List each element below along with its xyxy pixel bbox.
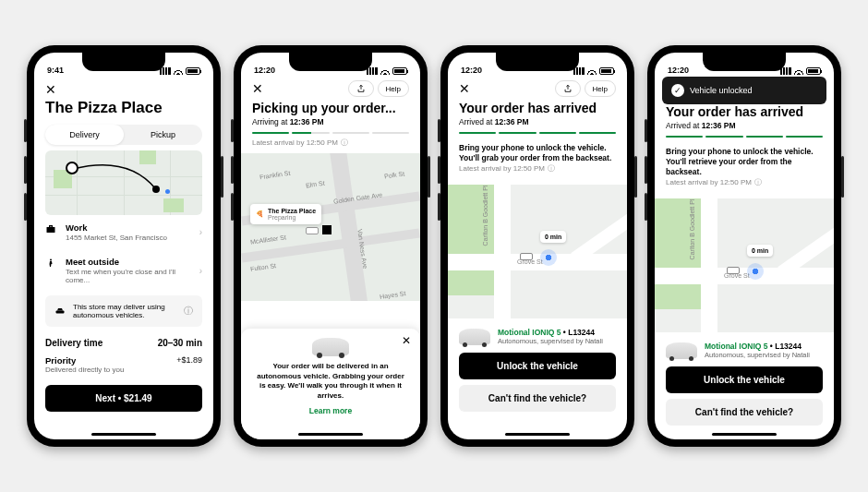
vehicle-image bbox=[666, 342, 697, 359]
arriving-text: Arriving at Arrived at 12:36 PM12:36 PM bbox=[241, 115, 420, 132]
info-icon[interactable]: ⓘ bbox=[754, 177, 762, 187]
close-sheet-icon[interactable]: ✕ bbox=[402, 334, 411, 347]
vehicle-info: Motional IONIQ 5 • L13244 Autonomous, su… bbox=[655, 332, 834, 363]
wifi-icon bbox=[174, 67, 183, 75]
close-icon[interactable]: ✕ bbox=[459, 81, 470, 96]
battery-icon bbox=[806, 67, 821, 75]
delivery-time-value: 20–30 min bbox=[158, 338, 202, 348]
page-title: The Pizza Place bbox=[34, 99, 213, 125]
battery-icon bbox=[392, 67, 407, 75]
next-button[interactable]: Next • $21.49 bbox=[45, 385, 202, 412]
check-circle-icon: ✓ bbox=[671, 84, 684, 97]
priority-price: +$1.89 bbox=[176, 355, 202, 374]
delivery-map[interactable] bbox=[45, 150, 202, 215]
share-icon bbox=[356, 84, 366, 93]
store-pin-icon bbox=[66, 162, 78, 174]
info-sheet: ✕ Your order will be delivered in an aut… bbox=[241, 329, 420, 439]
car-icon bbox=[54, 306, 66, 317]
page-title: Your order has arrived bbox=[448, 99, 627, 115]
cant-find-button[interactable]: Can't find the vehicle? bbox=[666, 399, 823, 426]
help-button[interactable]: Help bbox=[378, 80, 409, 97]
vehicle-marker-icon bbox=[520, 253, 533, 260]
svg-rect-3 bbox=[56, 311, 65, 314]
latest-arrival: Latest arrival by 12:50 PM bbox=[459, 164, 545, 173]
priority-sub: Delivered directly to you bbox=[45, 366, 124, 374]
briefcase-icon bbox=[45, 223, 58, 234]
tracking-map[interactable]: Franklin St Elm St Golden Gate Ave McAll… bbox=[241, 153, 420, 301]
chevron-right-icon: › bbox=[199, 227, 202, 237]
sheet-text: Your order will be delivered in an auton… bbox=[254, 362, 407, 401]
help-button[interactable]: Help bbox=[585, 80, 616, 97]
share-icon bbox=[563, 84, 573, 93]
signal-icon bbox=[573, 67, 585, 75]
arrival-map[interactable]: Carlton B Goodlett Pl Grove St 0 min bbox=[655, 198, 834, 332]
vehicle-marker-icon bbox=[727, 267, 740, 274]
latest-arrival: Latest arrival by 12:50 PM bbox=[252, 138, 338, 147]
meet-outside-row[interactable]: Meet outsideText me when you're close an… bbox=[34, 249, 213, 292]
status-time: 12:20 bbox=[254, 66, 275, 75]
address-row[interactable]: Work1455 Market St, San Francisco › bbox=[34, 215, 213, 249]
meet-sub: Text me when you're close and I'll come.… bbox=[66, 268, 192, 284]
page-title: Picking up your order... bbox=[241, 99, 420, 115]
arrival-map[interactable]: Carlton B Goodlett Pl Grove St 0 min bbox=[448, 185, 627, 318]
status-time: 12:20 bbox=[668, 66, 689, 75]
signal-icon bbox=[367, 67, 378, 75]
delivery-pickup-segment: Delivery Pickup bbox=[45, 125, 202, 145]
person-walk-icon bbox=[45, 258, 58, 269]
instruction-text: Bring your phone to unlock the vehicle. … bbox=[448, 138, 627, 163]
chevron-right-icon: › bbox=[199, 266, 202, 276]
priority-row[interactable]: PriorityDelivered directly to you +$1.89 bbox=[34, 352, 213, 381]
share-button[interactable] bbox=[348, 80, 374, 97]
address-label: Work bbox=[66, 222, 192, 233]
svg-point-2 bbox=[50, 259, 52, 261]
instruction-text: Bring your phone to unlock the vehicle. … bbox=[655, 141, 834, 177]
unlock-button[interactable]: Unlock the vehicle bbox=[459, 353, 616, 379]
info-icon[interactable]: ⓘ bbox=[341, 138, 348, 148]
page-title: Your order has arrived bbox=[655, 102, 834, 119]
destination-pin-icon bbox=[152, 186, 160, 193]
vehicle-marker-icon bbox=[306, 227, 319, 234]
latest-arrival: Latest arrival by 12:50 PM bbox=[666, 178, 752, 186]
delivery-time-label: Delivery time bbox=[45, 338, 102, 348]
tab-pickup[interactable]: Pickup bbox=[124, 125, 202, 145]
wifi-icon bbox=[380, 67, 390, 75]
wifi-icon bbox=[587, 67, 597, 75]
arrived-text: Arrived at 12:36 PM bbox=[655, 119, 834, 136]
toast-text: Vehicle unlocked bbox=[690, 86, 753, 95]
location-pulse-icon bbox=[540, 249, 557, 266]
eta-badge: 0 min bbox=[540, 231, 566, 243]
priority-label: Priority bbox=[45, 355, 124, 366]
store-icon: 🍕 bbox=[256, 210, 264, 218]
status-time: 12:20 bbox=[461, 66, 482, 75]
svg-rect-1 bbox=[50, 226, 53, 228]
share-button[interactable] bbox=[555, 80, 581, 97]
unlock-button[interactable]: Unlock the vehicle bbox=[666, 366, 823, 393]
arrived-text: Arrived at 12:36 PM bbox=[448, 115, 627, 132]
learn-more-link[interactable]: Learn more bbox=[254, 406, 407, 415]
wifi-icon bbox=[794, 67, 803, 75]
unlock-toast: ✓ Vehicle unlocked bbox=[662, 77, 826, 104]
info-icon[interactable]: ⓘ bbox=[548, 163, 555, 174]
eta-badge: 0 min bbox=[747, 245, 773, 257]
av-notice-text: This store may deliver using autonomous … bbox=[73, 303, 176, 319]
svg-rect-0 bbox=[47, 227, 55, 233]
close-icon[interactable]: ✕ bbox=[252, 81, 263, 96]
tab-delivery[interactable]: Delivery bbox=[45, 125, 124, 145]
info-icon[interactable]: ⓘ bbox=[184, 305, 193, 318]
signal-icon bbox=[780, 67, 791, 75]
vehicle-info: Motional IONIQ 5 • L13244 Autonomous, su… bbox=[448, 318, 627, 349]
battery-icon bbox=[599, 67, 614, 75]
signal-icon bbox=[160, 67, 171, 75]
vehicle-image bbox=[312, 338, 349, 356]
vehicle-image bbox=[459, 329, 490, 345]
status-time: 9:41 bbox=[47, 66, 64, 75]
av-notice: This store may deliver using autonomous … bbox=[45, 295, 202, 327]
address-sub: 1455 Market St, San Francisco bbox=[66, 234, 192, 242]
cant-find-button[interactable]: Can't find the vehicle? bbox=[459, 385, 616, 412]
meet-label: Meet outside bbox=[66, 257, 192, 267]
close-icon[interactable]: ✕ bbox=[34, 77, 213, 99]
battery-icon bbox=[186, 67, 200, 75]
store-callout: 🍕 The Pizza PlacePreparing bbox=[250, 204, 321, 224]
